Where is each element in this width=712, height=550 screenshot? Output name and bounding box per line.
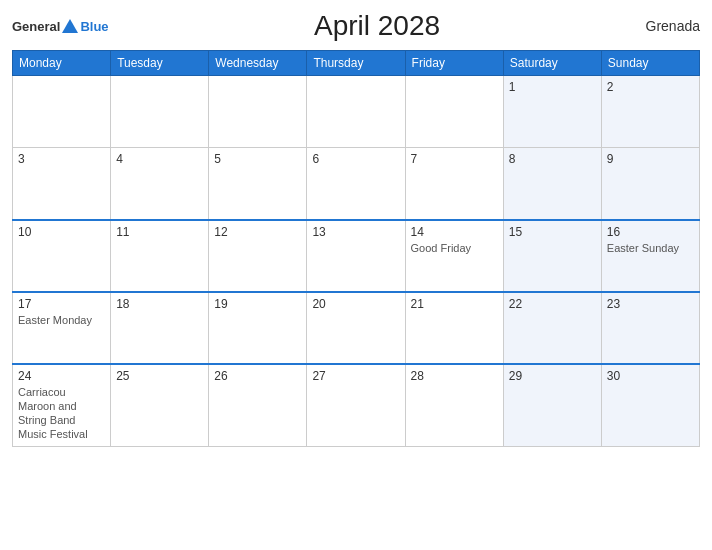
calendar-cell: 22 (503, 292, 601, 364)
event-label: Good Friday (411, 242, 472, 254)
calendar-row-3: 1011121314Good Friday1516Easter Sunday (13, 220, 700, 292)
calendar-cell: 19 (209, 292, 307, 364)
day-number: 8 (509, 152, 596, 166)
day-number: 3 (18, 152, 105, 166)
calendar-cell: 11 (111, 220, 209, 292)
day-number: 4 (116, 152, 203, 166)
calendar-cell: 26 (209, 364, 307, 447)
day-number: 29 (509, 369, 596, 383)
day-number: 13 (312, 225, 399, 239)
calendar-cell: 12 (209, 220, 307, 292)
calendar-table: MondayTuesdayWednesdayThursdayFridaySatu… (12, 50, 700, 447)
calendar-page: General Blue April 2028 Grenada MondayTu… (0, 0, 712, 550)
calendar-cell: 17Easter Monday (13, 292, 111, 364)
day-number: 16 (607, 225, 694, 239)
calendar-cell: 15 (503, 220, 601, 292)
weekday-header-monday: Monday (13, 51, 111, 76)
calendar-cell: 14Good Friday (405, 220, 503, 292)
calendar-title: April 2028 (109, 10, 646, 42)
calendar-cell (307, 76, 405, 148)
calendar-cell: 18 (111, 292, 209, 364)
weekday-header-saturday: Saturday (503, 51, 601, 76)
day-number: 26 (214, 369, 301, 383)
day-number: 17 (18, 297, 105, 311)
calendar-cell: 24Carriacou Maroon and String Band Music… (13, 364, 111, 447)
day-number: 20 (312, 297, 399, 311)
calendar-cell: 25 (111, 364, 209, 447)
calendar-cell: 27 (307, 364, 405, 447)
day-number: 2 (607, 80, 694, 94)
calendar-cell: 20 (307, 292, 405, 364)
event-label: Easter Sunday (607, 242, 679, 254)
weekday-header-sunday: Sunday (601, 51, 699, 76)
calendar-cell: 1 (503, 76, 601, 148)
day-number: 14 (411, 225, 498, 239)
day-number: 19 (214, 297, 301, 311)
day-number: 18 (116, 297, 203, 311)
day-number: 6 (312, 152, 399, 166)
calendar-body: 1234567891011121314Good Friday1516Easter… (13, 76, 700, 447)
calendar-cell: 30 (601, 364, 699, 447)
day-number: 30 (607, 369, 694, 383)
calendar-cell (111, 76, 209, 148)
event-label: Carriacou Maroon and String Band Music F… (18, 386, 88, 441)
calendar-cell: 7 (405, 148, 503, 220)
calendar-cell: 3 (13, 148, 111, 220)
calendar-cell (405, 76, 503, 148)
day-number: 24 (18, 369, 105, 383)
calendar-row-5: 24Carriacou Maroon and String Band Music… (13, 364, 700, 447)
day-number: 27 (312, 369, 399, 383)
day-number: 12 (214, 225, 301, 239)
calendar-header: MondayTuesdayWednesdayThursdayFridaySatu… (13, 51, 700, 76)
calendar-cell: 8 (503, 148, 601, 220)
calendar-cell: 13 (307, 220, 405, 292)
logo-triangle-icon (62, 19, 78, 33)
day-number: 15 (509, 225, 596, 239)
calendar-cell: 28 (405, 364, 503, 447)
calendar-cell: 29 (503, 364, 601, 447)
calendar-cell: 5 (209, 148, 307, 220)
calendar-cell: 23 (601, 292, 699, 364)
calendar-cell (13, 76, 111, 148)
day-number: 9 (607, 152, 694, 166)
calendar-cell: 16Easter Sunday (601, 220, 699, 292)
calendar-cell (209, 76, 307, 148)
day-number: 23 (607, 297, 694, 311)
day-number: 11 (116, 225, 203, 239)
calendar-cell: 21 (405, 292, 503, 364)
logo-general-text: General (12, 19, 60, 34)
country-label: Grenada (646, 18, 700, 34)
day-number: 25 (116, 369, 203, 383)
calendar-row-4: 17Easter Monday181920212223 (13, 292, 700, 364)
calendar-row-1: 12 (13, 76, 700, 148)
weekday-header-tuesday: Tuesday (111, 51, 209, 76)
day-number: 28 (411, 369, 498, 383)
event-label: Easter Monday (18, 314, 92, 326)
day-number: 5 (214, 152, 301, 166)
calendar-cell: 2 (601, 76, 699, 148)
calendar-row-2: 3456789 (13, 148, 700, 220)
header: General Blue April 2028 Grenada (12, 10, 700, 42)
day-number: 1 (509, 80, 596, 94)
calendar-cell: 9 (601, 148, 699, 220)
calendar-cell: 6 (307, 148, 405, 220)
day-number: 7 (411, 152, 498, 166)
weekday-header-row: MondayTuesdayWednesdayThursdayFridaySatu… (13, 51, 700, 76)
day-number: 21 (411, 297, 498, 311)
calendar-cell: 10 (13, 220, 111, 292)
calendar-cell: 4 (111, 148, 209, 220)
day-number: 22 (509, 297, 596, 311)
day-number: 10 (18, 225, 105, 239)
logo: General Blue (12, 19, 109, 34)
logo-blue-text: Blue (80, 19, 108, 34)
weekday-header-wednesday: Wednesday (209, 51, 307, 76)
weekday-header-friday: Friday (405, 51, 503, 76)
weekday-header-thursday: Thursday (307, 51, 405, 76)
